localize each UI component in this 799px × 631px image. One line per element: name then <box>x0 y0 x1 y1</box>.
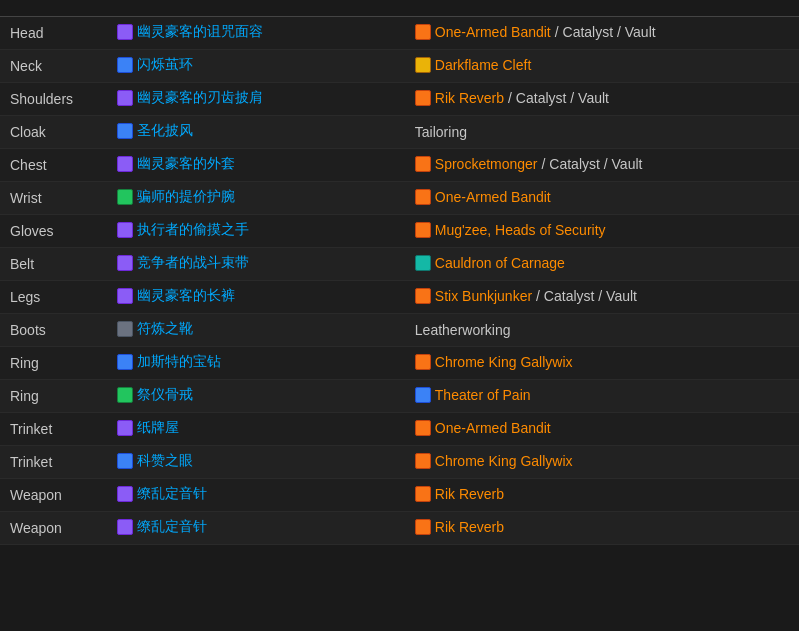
item-icon <box>117 156 133 172</box>
item-link[interactable]: 科赞之眼 <box>117 452 193 470</box>
source-link[interactable]: Cauldron of Carnage <box>415 255 565 271</box>
item-icon <box>117 420 133 436</box>
item-icon <box>117 486 133 502</box>
source-name: Chrome King Gallywix <box>435 354 573 370</box>
source-icon <box>415 57 431 73</box>
item-link[interactable]: 加斯特的宝钻 <box>117 353 221 371</box>
slot-label: Cloak <box>10 124 46 140</box>
source-icon <box>415 519 431 535</box>
source-icon <box>415 486 431 502</box>
source-name: One-Armed Bandit <box>435 24 551 40</box>
source-link[interactable]: Chrome King Gallywix <box>415 354 573 370</box>
source-link[interactable]: One-Armed Bandit / Catalyst / Vault <box>415 24 656 40</box>
source-link[interactable]: One-Armed Bandit <box>415 189 551 205</box>
table-row: Trinket科赞之眼Chrome King Gallywix <box>0 446 799 479</box>
slot-label: Belt <box>10 256 34 272</box>
item-icon <box>117 453 133 469</box>
source-icon <box>415 420 431 436</box>
item-name: 幽灵豪客的刃齿披肩 <box>137 89 263 107</box>
item-link[interactable]: 幽灵豪客的外套 <box>117 155 235 173</box>
source-name: Cauldron of Carnage <box>435 255 565 271</box>
table-row: Weapon缭乱定音针Rik Reverb <box>0 512 799 545</box>
item-link[interactable]: 缭乱定音针 <box>117 518 207 536</box>
source-link[interactable]: One-Armed Bandit <box>415 420 551 436</box>
slot-label: Weapon <box>10 487 62 503</box>
item-name: 祭仪骨戒 <box>137 386 193 404</box>
item-name: 骗师的提价护腕 <box>137 188 235 206</box>
source-link[interactable]: Rik Reverb <box>415 486 504 502</box>
source-link[interactable]: Chrome King Gallywix <box>415 453 573 469</box>
table-row: Ring祭仪骨戒Theater of Pain <box>0 380 799 413</box>
source-extra: / Catalyst / Vault <box>555 24 656 40</box>
item-link[interactable]: 圣化披风 <box>117 122 193 140</box>
item-name: 科赞之眼 <box>137 452 193 470</box>
item-link[interactable]: 祭仪骨戒 <box>117 386 193 404</box>
source-name: Sprocketmonger <box>435 156 538 172</box>
item-link[interactable]: 幽灵豪客的诅咒面容 <box>117 23 263 41</box>
header-source <box>405 0 799 17</box>
source-link[interactable]: Darkflame Cleft <box>415 57 531 73</box>
source-icon <box>415 222 431 238</box>
source-extra: / Catalyst / Vault <box>542 156 643 172</box>
header-slot <box>0 0 107 17</box>
item-name: 圣化披风 <box>137 122 193 140</box>
source-name: Rik Reverb <box>435 519 504 535</box>
slot-label: Gloves <box>10 223 54 239</box>
slot-label: Ring <box>10 355 39 371</box>
source-extra: / Catalyst / Vault <box>508 90 609 106</box>
source-extra: / Catalyst / Vault <box>536 288 637 304</box>
source-link[interactable]: Rik Reverb / Catalyst / Vault <box>415 90 609 106</box>
table-row: Legs幽灵豪客的长裤Stix Bunkjunker / Catalyst / … <box>0 281 799 314</box>
item-link[interactable]: 闪烁茧环 <box>117 56 193 74</box>
item-name: 幽灵豪客的长裤 <box>137 287 235 305</box>
item-link[interactable]: 幽灵豪客的刃齿披肩 <box>117 89 263 107</box>
item-link[interactable]: 骗师的提价护腕 <box>117 188 235 206</box>
slot-label: Trinket <box>10 454 52 470</box>
slot-label: Weapon <box>10 520 62 536</box>
item-icon <box>117 24 133 40</box>
header-item <box>107 0 405 17</box>
source-icon <box>415 156 431 172</box>
item-name: 缭乱定音针 <box>137 485 207 503</box>
item-name: 竞争者的战斗束带 <box>137 254 249 272</box>
source-icon <box>415 387 431 403</box>
gear-table: Head幽灵豪客的诅咒面容One-Armed Bandit / Catalyst… <box>0 0 799 545</box>
source-link[interactable]: Theater of Pain <box>415 387 531 403</box>
slot-label: Wrist <box>10 190 42 206</box>
item-name: 加斯特的宝钻 <box>137 353 221 371</box>
source-icon <box>415 189 431 205</box>
item-link[interactable]: 纸牌屋 <box>117 419 179 437</box>
source-link[interactable]: Mug'zee, Heads of Security <box>415 222 606 238</box>
item-icon <box>117 354 133 370</box>
item-icon <box>117 387 133 403</box>
item-link[interactable]: 执行者的偷摸之手 <box>117 221 249 239</box>
source-icon <box>415 24 431 40</box>
source-link[interactable]: Stix Bunkjunker / Catalyst / Vault <box>415 288 637 304</box>
item-link[interactable]: 幽灵豪客的长裤 <box>117 287 235 305</box>
item-name: 纸牌屋 <box>137 419 179 437</box>
item-icon <box>117 189 133 205</box>
source-name: Chrome King Gallywix <box>435 453 573 469</box>
source-link[interactable]: Sprocketmonger / Catalyst / Vault <box>415 156 643 172</box>
item-icon <box>117 519 133 535</box>
item-link[interactable]: 符炼之靴 <box>117 320 193 338</box>
item-icon <box>117 288 133 304</box>
slot-label: Trinket <box>10 421 52 437</box>
slot-label: Boots <box>10 322 46 338</box>
source-icon <box>415 453 431 469</box>
item-name: 缭乱定音针 <box>137 518 207 536</box>
table-row: Belt竞争者的战斗束带Cauldron of Carnage <box>0 248 799 281</box>
source-name: Darkflame Cleft <box>435 57 531 73</box>
item-link[interactable]: 竞争者的战斗束带 <box>117 254 249 272</box>
item-link[interactable]: 缭乱定音针 <box>117 485 207 503</box>
source-name: Rik Reverb <box>435 90 504 106</box>
source-link[interactable]: Rik Reverb <box>415 519 504 535</box>
source-plain: Leatherworking <box>415 322 511 338</box>
table-header-row <box>0 0 799 17</box>
slot-label: Legs <box>10 289 40 305</box>
slot-label: Shoulders <box>10 91 73 107</box>
source-name: Stix Bunkjunker <box>435 288 532 304</box>
item-name: 符炼之靴 <box>137 320 193 338</box>
item-icon <box>117 57 133 73</box>
table-row: Weapon缭乱定音针Rik Reverb <box>0 479 799 512</box>
